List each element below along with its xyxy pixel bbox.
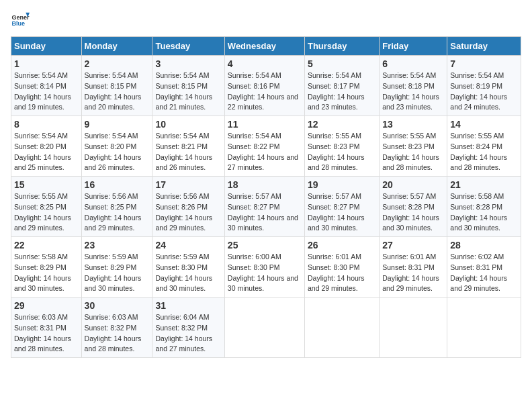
day-info: Sunrise: 6:00 AMSunset: 8:30 PMDaylight:… — [228, 253, 298, 292]
day-number: 25 — [228, 240, 302, 250]
day-number: 20 — [382, 179, 444, 190]
day-cell-24: 24 Sunrise: 5:59 AMSunset: 8:30 PMDaylig… — [152, 237, 224, 298]
day-cell-18: 18 Sunrise: 5:57 AMSunset: 8:27 PMDaylig… — [224, 177, 304, 237]
day-cell-9: 9 Sunrise: 5:54 AMSunset: 8:20 PMDayligh… — [81, 116, 152, 177]
col-header-wednesday: Wednesday — [224, 37, 304, 56]
day-number: 11 — [228, 119, 302, 130]
day-info: Sunrise: 6:03 AMSunset: 8:32 PMDaylight:… — [85, 313, 142, 353]
empty-cell — [304, 298, 379, 358]
day-cell-3: 3 Sunrise: 5:54 AMSunset: 8:15 PMDayligh… — [152, 56, 224, 116]
day-number: 31 — [155, 300, 221, 311]
col-header-monday: Monday — [81, 37, 152, 56]
day-info: Sunrise: 6:03 AMSunset: 8:31 PMDaylight:… — [14, 313, 71, 353]
day-cell-12: 12 Sunrise: 5:55 AMSunset: 8:23 PMDaylig… — [304, 116, 379, 177]
day-info: Sunrise: 5:54 AMSunset: 8:15 PMDaylight:… — [85, 71, 142, 111]
day-cell-27: 27 Sunrise: 6:01 AMSunset: 8:31 PMDaylig… — [380, 237, 447, 298]
day-info: Sunrise: 6:01 AMSunset: 8:30 PMDaylight:… — [308, 253, 365, 292]
day-info: Sunrise: 5:55 AMSunset: 8:25 PMDaylight:… — [14, 192, 71, 232]
day-cell-5: 5 Sunrise: 5:54 AMSunset: 8:17 PMDayligh… — [304, 56, 379, 116]
logo-icon: General Blue — [11, 11, 30, 30]
day-info: Sunrise: 5:56 AMSunset: 8:25 PMDaylight:… — [85, 192, 142, 232]
col-header-saturday: Saturday — [447, 37, 521, 56]
day-info: Sunrise: 5:55 AMSunset: 8:23 PMDaylight:… — [382, 132, 439, 171]
svg-text:Blue: Blue — [11, 20, 25, 27]
day-info: Sunrise: 6:04 AMSunset: 8:32 PMDaylight:… — [155, 313, 212, 353]
day-info: Sunrise: 5:54 AMSunset: 8:21 PMDaylight:… — [155, 132, 212, 171]
day-number: 8 — [14, 119, 79, 130]
day-cell-8: 8 Sunrise: 5:54 AMSunset: 8:20 PMDayligh… — [11, 116, 82, 177]
day-cell-31: 31 Sunrise: 6:04 AMSunset: 8:32 PMDaylig… — [152, 298, 224, 358]
day-number: 2 — [85, 58, 150, 69]
day-info: Sunrise: 5:54 AMSunset: 8:19 PMDaylight:… — [450, 71, 507, 111]
day-info: Sunrise: 5:59 AMSunset: 8:29 PMDaylight:… — [85, 253, 142, 292]
day-cell-23: 23 Sunrise: 5:59 AMSunset: 8:29 PMDaylig… — [81, 237, 152, 298]
day-cell-22: 22 Sunrise: 5:58 AMSunset: 8:29 PMDaylig… — [11, 237, 82, 298]
day-info: Sunrise: 5:59 AMSunset: 8:30 PMDaylight:… — [155, 253, 212, 292]
col-header-tuesday: Tuesday — [152, 37, 224, 56]
day-info: Sunrise: 6:02 AMSunset: 8:31 PMDaylight:… — [450, 253, 507, 292]
col-header-thursday: Thursday — [304, 37, 379, 56]
day-number: 15 — [14, 179, 79, 190]
day-number: 21 — [450, 179, 518, 190]
day-cell-1: 1 Sunrise: 5:54 AMSunset: 8:14 PMDayligh… — [11, 56, 82, 116]
day-info: Sunrise: 5:54 AMSunset: 8:15 PMDaylight:… — [155, 71, 212, 111]
day-number: 29 — [14, 300, 79, 311]
day-cell-10: 10 Sunrise: 5:54 AMSunset: 8:21 PMDaylig… — [152, 116, 224, 177]
day-number: 7 — [450, 58, 518, 69]
day-number: 13 — [382, 119, 444, 130]
day-info: Sunrise: 5:57 AMSunset: 8:28 PMDaylight:… — [382, 192, 439, 232]
day-cell-14: 14 Sunrise: 5:55 AMSunset: 8:24 PMDaylig… — [447, 116, 521, 177]
day-cell-17: 17 Sunrise: 5:56 AMSunset: 8:26 PMDaylig… — [152, 177, 224, 237]
day-cell-28: 28 Sunrise: 6:02 AMSunset: 8:31 PMDaylig… — [447, 237, 521, 298]
day-number: 19 — [308, 179, 376, 190]
day-number: 27 — [382, 240, 444, 250]
day-info: Sunrise: 5:57 AMSunset: 8:27 PMDaylight:… — [228, 192, 298, 232]
col-header-friday: Friday — [380, 37, 447, 56]
day-cell-15: 15 Sunrise: 5:55 AMSunset: 8:25 PMDaylig… — [11, 177, 82, 237]
day-cell-11: 11 Sunrise: 5:54 AMSunset: 8:22 PMDaylig… — [224, 116, 304, 177]
day-number: 12 — [308, 119, 376, 130]
day-info: Sunrise: 5:54 AMSunset: 8:20 PMDaylight:… — [85, 132, 142, 171]
day-number: 4 — [228, 58, 302, 69]
day-info: Sunrise: 5:58 AMSunset: 8:28 PMDaylight:… — [450, 192, 507, 232]
day-cell-16: 16 Sunrise: 5:56 AMSunset: 8:25 PMDaylig… — [81, 177, 152, 237]
day-number: 17 — [155, 179, 221, 190]
day-cell-19: 19 Sunrise: 5:57 AMSunset: 8:27 PMDaylig… — [304, 177, 379, 237]
day-info: Sunrise: 5:55 AMSunset: 8:23 PMDaylight:… — [308, 132, 365, 171]
day-cell-7: 7 Sunrise: 5:54 AMSunset: 8:19 PMDayligh… — [447, 56, 521, 116]
col-header-sunday: Sunday — [11, 37, 82, 56]
empty-cell — [224, 298, 304, 358]
day-number: 3 — [155, 58, 221, 69]
day-number: 1 — [14, 58, 79, 69]
day-info: Sunrise: 5:54 AMSunset: 8:18 PMDaylight:… — [382, 71, 439, 111]
day-cell-6: 6 Sunrise: 5:54 AMSunset: 8:18 PMDayligh… — [380, 56, 447, 116]
day-number: 10 — [155, 119, 221, 130]
day-cell-4: 4 Sunrise: 5:54 AMSunset: 8:16 PMDayligh… — [224, 56, 304, 116]
logo: General Blue — [11, 11, 30, 30]
day-number: 14 — [450, 119, 518, 130]
day-number: 6 — [382, 58, 444, 69]
day-number: 24 — [155, 240, 221, 250]
day-number: 30 — [85, 300, 150, 311]
day-info: Sunrise: 5:54 AMSunset: 8:20 PMDaylight:… — [14, 132, 71, 171]
day-number: 22 — [14, 240, 79, 250]
day-number: 5 — [308, 58, 376, 69]
day-cell-26: 26 Sunrise: 6:01 AMSunset: 8:30 PMDaylig… — [304, 237, 379, 298]
day-info: Sunrise: 5:54 AMSunset: 8:17 PMDaylight:… — [308, 71, 365, 111]
day-cell-2: 2 Sunrise: 5:54 AMSunset: 8:15 PMDayligh… — [81, 56, 152, 116]
day-cell-13: 13 Sunrise: 5:55 AMSunset: 8:23 PMDaylig… — [380, 116, 447, 177]
day-info: Sunrise: 5:56 AMSunset: 8:26 PMDaylight:… — [155, 192, 212, 232]
day-cell-20: 20 Sunrise: 5:57 AMSunset: 8:28 PMDaylig… — [380, 177, 447, 237]
day-cell-30: 30 Sunrise: 6:03 AMSunset: 8:32 PMDaylig… — [81, 298, 152, 358]
day-number: 26 — [308, 240, 376, 250]
day-info: Sunrise: 6:01 AMSunset: 8:31 PMDaylight:… — [382, 253, 439, 292]
day-number: 9 — [85, 119, 150, 130]
day-cell-25: 25 Sunrise: 6:00 AMSunset: 8:30 PMDaylig… — [224, 237, 304, 298]
empty-cell — [380, 298, 447, 358]
day-info: Sunrise: 5:54 AMSunset: 8:14 PMDaylight:… — [14, 71, 71, 111]
day-number: 28 — [450, 240, 518, 250]
day-info: Sunrise: 5:54 AMSunset: 8:22 PMDaylight:… — [228, 132, 298, 171]
day-info: Sunrise: 5:54 AMSunset: 8:16 PMDaylight:… — [228, 71, 298, 111]
empty-cell — [447, 298, 521, 358]
day-info: Sunrise: 5:55 AMSunset: 8:24 PMDaylight:… — [450, 132, 507, 171]
